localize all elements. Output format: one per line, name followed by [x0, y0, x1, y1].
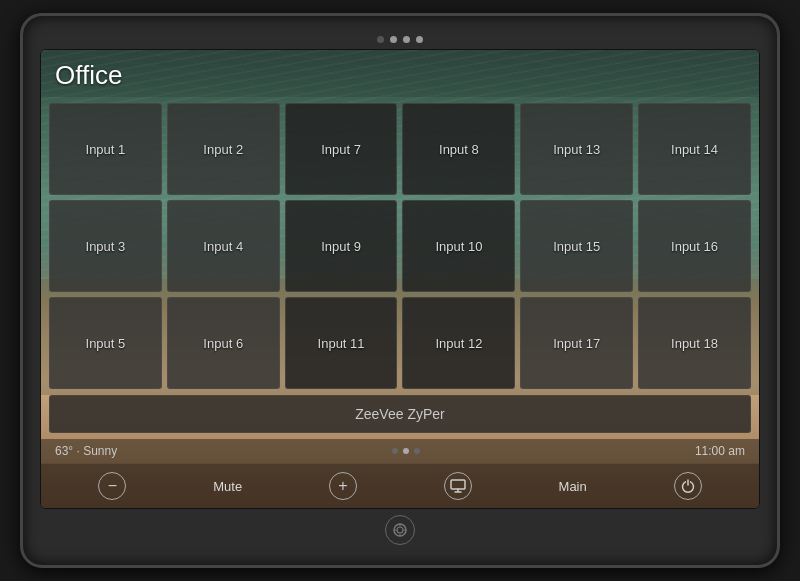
grid-row-2: Input 3 Input 4 Input 9 Input 10 Input 1… [49, 200, 751, 292]
top-dot-3 [403, 36, 410, 43]
input-cell-5[interactable]: Input 5 [49, 297, 162, 389]
input-cell-7[interactable]: Input 7 [285, 103, 398, 195]
svg-point-2 [397, 527, 403, 533]
page-dot-3 [414, 448, 420, 454]
input-cell-12[interactable]: Input 12 [402, 297, 515, 389]
input-cell-9[interactable]: Input 9 [285, 200, 398, 292]
screen: Office Input 1 Input 2 Input 7 Input 8 I… [40, 49, 760, 509]
clock-display: 11:00 am [695, 444, 745, 458]
screen-header: Office [41, 50, 759, 97]
weather-status: 63° · Sunny [55, 444, 117, 458]
main-label: Main [559, 479, 587, 494]
input-cell-8[interactable]: Input 8 [402, 103, 515, 195]
top-dots [377, 36, 423, 43]
home-button[interactable] [385, 515, 415, 545]
input-cell-17[interactable]: Input 17 [520, 297, 633, 389]
grid-row-1: Input 1 Input 2 Input 7 Input 8 Input 13… [49, 103, 751, 195]
control-bar: − Mute + [41, 463, 759, 508]
svg-rect-0 [451, 480, 465, 489]
page-title: Office [55, 60, 745, 91]
device-frame: Office Input 1 Input 2 Input 7 Input 8 I… [20, 13, 780, 568]
grid-row-3: Input 5 Input 6 Input 11 Input 12 Input … [49, 297, 751, 389]
volume-down-button[interactable]: − [98, 472, 126, 500]
home-area [385, 515, 415, 545]
page-dot-1 [392, 448, 398, 454]
power-icon [674, 472, 702, 500]
input-cell-1[interactable]: Input 1 [49, 103, 162, 195]
source-button[interactable] [444, 472, 472, 500]
minus-icon: − [98, 472, 126, 500]
top-dot-1 [377, 36, 384, 43]
top-dot-4 [416, 36, 423, 43]
input-cell-18[interactable]: Input 18 [638, 297, 751, 389]
input-cell-2[interactable]: Input 2 [167, 103, 280, 195]
source-icon [444, 472, 472, 500]
plus-icon: + [329, 472, 357, 500]
input-cell-4[interactable]: Input 4 [167, 200, 280, 292]
screen-content: Office Input 1 Input 2 Input 7 Input 8 I… [41, 50, 759, 508]
input-cell-6[interactable]: Input 6 [167, 297, 280, 389]
input-cell-16[interactable]: Input 16 [638, 200, 751, 292]
top-dot-2 [390, 36, 397, 43]
input-cell-11[interactable]: Input 11 [285, 297, 398, 389]
mute-label: Mute [213, 479, 242, 494]
input-cell-13[interactable]: Input 13 [520, 103, 633, 195]
power-button[interactable] [674, 472, 702, 500]
input-cell-10[interactable]: Input 10 [402, 200, 515, 292]
input-grid: Input 1 Input 2 Input 7 Input 8 Input 13… [41, 97, 759, 395]
volume-up-button[interactable]: + [329, 472, 357, 500]
page-indicator [392, 448, 420, 454]
input-cell-14[interactable]: Input 14 [638, 103, 751, 195]
input-cell-3[interactable]: Input 3 [49, 200, 162, 292]
zeevee-bar[interactable]: ZeeVee ZyPer [49, 395, 751, 433]
status-bar: 63° · Sunny 11:00 am [41, 439, 759, 463]
input-cell-15[interactable]: Input 15 [520, 200, 633, 292]
page-dot-2 [403, 448, 409, 454]
mute-button[interactable]: Mute [213, 479, 242, 494]
main-button[interactable]: Main [559, 479, 587, 494]
